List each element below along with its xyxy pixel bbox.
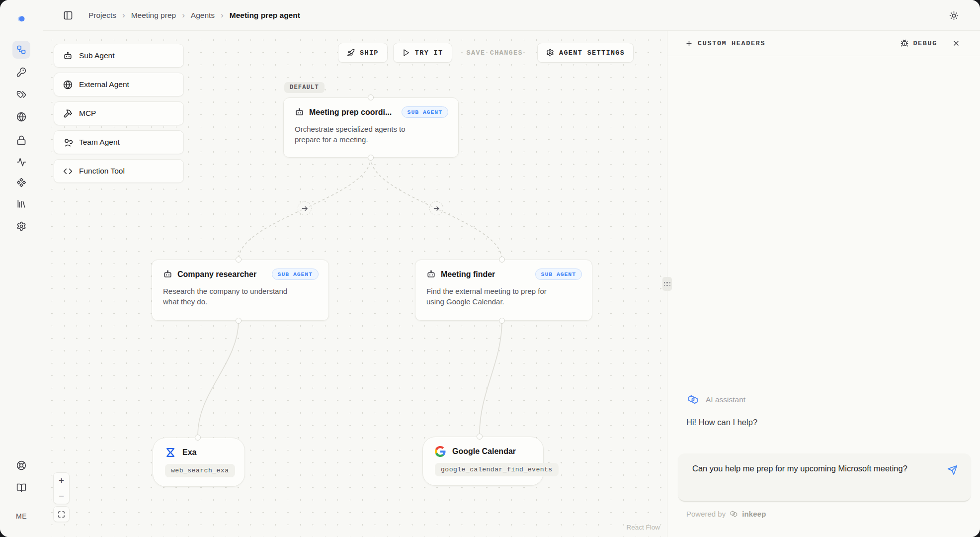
users-icon [63, 138, 73, 147]
nav-components[interactable] [12, 174, 30, 191]
fit-view-button[interactable] [53, 506, 70, 522]
node-title: Google Calendar [452, 447, 516, 456]
globe-icon [63, 80, 73, 90]
nav-credentials[interactable] [12, 86, 30, 103]
save-changes-button[interactable]: SAVE CHANGES [458, 43, 532, 63]
icon-rail: ME [0, 0, 43, 537]
user-avatar[interactable]: ME [0, 512, 43, 520]
chat-panel: CUSTOM HEADERS DEBUG [667, 31, 980, 537]
palette-item-label: Sub Agent [79, 51, 115, 60]
node-handle[interactable] [368, 94, 374, 100]
palette-item-sub-agent[interactable]: Sub Agent [54, 44, 184, 68]
palette-item-team-agent[interactable]: Team Agent [54, 130, 184, 154]
zoom-out-button[interactable]: − [54, 488, 69, 504]
zoom-in-button[interactable]: + [54, 473, 69, 488]
custom-headers-button[interactable]: CUSTOM HEADERS [685, 40, 765, 47]
chat-input-value: Can you help me prep for my upcoming Mic… [678, 453, 971, 475]
node-handle[interactable] [477, 434, 483, 440]
nav-graph[interactable] [12, 41, 30, 59]
node-meeting-prep-coordinator[interactable]: Meeting prep coordi... SUB AGENT Orchest… [283, 97, 459, 158]
gear-icon [546, 49, 554, 57]
bot-icon [426, 269, 436, 279]
life-buoy-icon [16, 460, 26, 470]
nav-help[interactable] [12, 456, 30, 474]
zoom-controls: + − [53, 472, 70, 504]
workflow-icon [16, 45, 26, 55]
node-handle[interactable] [195, 435, 201, 441]
rocket-icon [347, 49, 355, 57]
hammer-icon [63, 109, 73, 118]
node-handle[interactable] [236, 257, 242, 263]
breadcrumb-agents[interactable]: Agents [191, 11, 215, 20]
nav-external[interactable] [12, 108, 30, 126]
close-icon [952, 39, 960, 47]
node-handle[interactable] [499, 318, 505, 324]
node-google-calendar-tool[interactable]: Google Calendar google_calendar_find_eve… [422, 437, 544, 486]
agent-settings-button[interactable]: AGENT SETTINGS [537, 43, 634, 63]
sidebar-toggle-icon[interactable] [61, 8, 76, 23]
node-company-researcher[interactable]: Company researcher SUB AGENT Research th… [152, 260, 329, 321]
palette-item-label: Function Tool [79, 167, 125, 176]
breadcrumb-projects[interactable]: Projects [88, 11, 116, 20]
tool-id-pill: web_search_exa [165, 464, 235, 477]
nav-docs[interactable] [12, 479, 30, 497]
close-panel-button[interactable] [950, 37, 962, 49]
node-title: Meeting prep coordi... [309, 108, 392, 117]
custom-headers-label: CUSTOM HEADERS [698, 40, 765, 47]
agent-settings-label: AGENT SETTINGS [559, 49, 625, 57]
panel-left-icon [63, 10, 73, 20]
assistant-header: AI assistant [686, 393, 745, 406]
tags-icon [16, 90, 26, 99]
components-icon [16, 178, 26, 187]
node-exa-tool[interactable]: Exa web_search_exa [153, 438, 245, 487]
palette-item-mcp[interactable]: MCP [54, 101, 184, 125]
play-icon [402, 49, 410, 57]
node-description: Find the external meeting to prep for us… [415, 280, 565, 307]
palette-item-label: External Agent [79, 80, 129, 89]
top-header: Projects › Meeting prep › Agents › Meeti… [43, 0, 980, 31]
fit-view-icon [58, 511, 65, 518]
inkeep-logo[interactable] [12, 10, 30, 28]
debug-button[interactable]: DEBUG [900, 39, 937, 47]
agent-builder-app: ME Projects › Meeting prep › Agents › Me… [0, 0, 980, 537]
nav-activity[interactable] [12, 153, 30, 171]
node-handle[interactable] [236, 318, 242, 324]
node-handle[interactable] [499, 257, 505, 263]
flow-canvas[interactable]: Sub Agent External Agent MCP Team Agent [43, 31, 667, 537]
nav-settings[interactable] [12, 217, 30, 235]
palette-item-function-tool[interactable]: Function Tool [54, 159, 184, 183]
nav-security[interactable] [12, 131, 30, 149]
sub-agent-badge: SUB AGENT [402, 106, 448, 118]
google-logo-icon [435, 446, 446, 457]
react-flow-attribution[interactable]: React Flow [626, 524, 660, 531]
bot-icon [295, 107, 304, 117]
nav-api-keys[interactable] [12, 63, 30, 81]
palette-item-label: MCP [79, 109, 96, 118]
bot-icon [63, 51, 73, 61]
breadcrumb: Projects › Meeting prep › Agents › Meeti… [88, 10, 300, 20]
node-description: Research the company to understand what … [152, 280, 301, 307]
nav-library[interactable] [12, 195, 30, 213]
powered-by[interactable]: Powered by inkeep [686, 509, 766, 519]
sun-icon [949, 11, 959, 20]
theme-toggle[interactable] [946, 8, 961, 23]
palette-item-external-agent[interactable]: External Agent [54, 73, 184, 96]
bug-icon [900, 39, 908, 47]
try-it-button[interactable]: TRY IT [393, 43, 452, 63]
key-icon [16, 67, 26, 77]
node-handle[interactable] [368, 155, 374, 161]
chevron-right-icon: › [122, 10, 125, 20]
send-button[interactable] [946, 463, 959, 476]
breadcrumb-meeting-prep[interactable]: Meeting prep [131, 11, 176, 20]
node-meeting-finder[interactable]: Meeting finder SUB AGENT Find the extern… [415, 260, 592, 321]
debug-label: DEBUG [913, 40, 937, 47]
globe-icon [16, 112, 26, 122]
node-palette: Sub Agent External Agent MCP Team Agent [54, 44, 184, 188]
library-icon [16, 199, 26, 209]
ship-button[interactable]: SHIP [338, 43, 388, 63]
chat-input[interactable]: Can you help me prep for my upcoming Mic… [678, 453, 971, 502]
lock-icon [16, 135, 26, 145]
panel-resize-handle[interactable] [662, 277, 672, 291]
assistant-greeting: Hi! How can I help? [686, 418, 757, 427]
book-open-icon [16, 483, 26, 493]
